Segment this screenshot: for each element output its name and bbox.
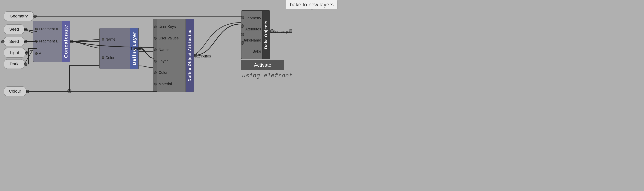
name-port: [154, 49, 157, 51]
fragment-a-label: Fragment A: [39, 27, 58, 31]
message-out-port: [270, 29, 274, 33]
seed2-port-right: [24, 40, 28, 43]
concatenate-node: Fragment A Fragment B A Concatenate: [33, 21, 70, 62]
concat-result-port: [70, 40, 73, 43]
bake-attr-in-port: [241, 25, 244, 28]
elefront-credit: using elefront: [242, 72, 292, 79]
fragment-b-port: [35, 40, 38, 43]
geometry-port-right: [34, 15, 37, 18]
bake-attributes-label: Attributes: [242, 27, 261, 31]
bake-geometry-label: Geometry: [242, 16, 261, 20]
bake-bake-label: Bake: [242, 49, 261, 54]
user-values-port: [154, 37, 157, 40]
bake-objects-node: Geometry Attributes BakeName Bake Bake O…: [241, 10, 270, 59]
define-object-attributes-node: User Keys User Values Name Layer Color M…: [153, 19, 194, 92]
doa-material-label: Material: [158, 82, 184, 86]
message-right-port: [289, 29, 292, 33]
name-in-label: Name: [106, 37, 115, 42]
svg-point-0: [68, 89, 71, 93]
seed2-pill[interactable]: Seed: [4, 37, 24, 46]
bake-bakename-label: BakeName: [242, 38, 261, 43]
color-in-label: Color: [106, 56, 114, 60]
fragment-a-port: [35, 28, 38, 31]
doa-color-label: Color: [158, 70, 184, 75]
dark-port-right: [24, 63, 28, 66]
name-in-port: [102, 38, 104, 41]
bake-to-new-layers-tooltip: bake to new layers: [286, 0, 338, 10]
seed1-port-right: [24, 28, 28, 31]
colour-port-right: [26, 90, 29, 93]
fragment-b-label: Fragment B: [39, 39, 58, 43]
user-keys-label: User Keys: [158, 25, 184, 29]
layer-port: [154, 60, 157, 63]
color-in-port: [102, 56, 104, 59]
bake-geo-in-port: [241, 16, 244, 19]
user-values-label: User Values: [158, 36, 184, 40]
doa-layer-label: Layer: [158, 59, 184, 63]
layer-out-port: [138, 47, 142, 50]
doa-name-label: Name: [158, 48, 184, 52]
light-pill[interactable]: Light: [4, 48, 25, 58]
define-object-attrs-label: Define Object Attributes: [188, 30, 192, 81]
color-port: [154, 71, 157, 74]
activate-button[interactable]: Activate: [241, 60, 284, 70]
light-port-right: [25, 51, 28, 55]
attributes-out-port: [194, 54, 198, 58]
concatenate-label: Concatenate: [63, 25, 69, 58]
wires-overlay: [0, 0, 644, 191]
concat-a-label: A: [39, 52, 41, 56]
material-port: [154, 83, 157, 85]
concat-a-port: [35, 52, 38, 55]
message-out-label: Message: [271, 29, 289, 34]
seed2-port-left: [1, 40, 4, 43]
seed1-pill[interactable]: Seed: [4, 25, 24, 34]
bake-bake-in-port: [241, 41, 244, 45]
wires-svg: [0, 0, 644, 191]
bake-objects-label: Bake Objects: [264, 21, 268, 49]
dark-pill[interactable]: Dark: [4, 59, 24, 69]
colour-pill[interactable]: Colour: [4, 86, 26, 96]
attributes-out-label: Attributes: [195, 54, 211, 58]
bake-name-in-port: [241, 33, 244, 36]
user-keys-port: [154, 26, 157, 28]
geometry-pill[interactable]: Geometry: [4, 11, 34, 21]
